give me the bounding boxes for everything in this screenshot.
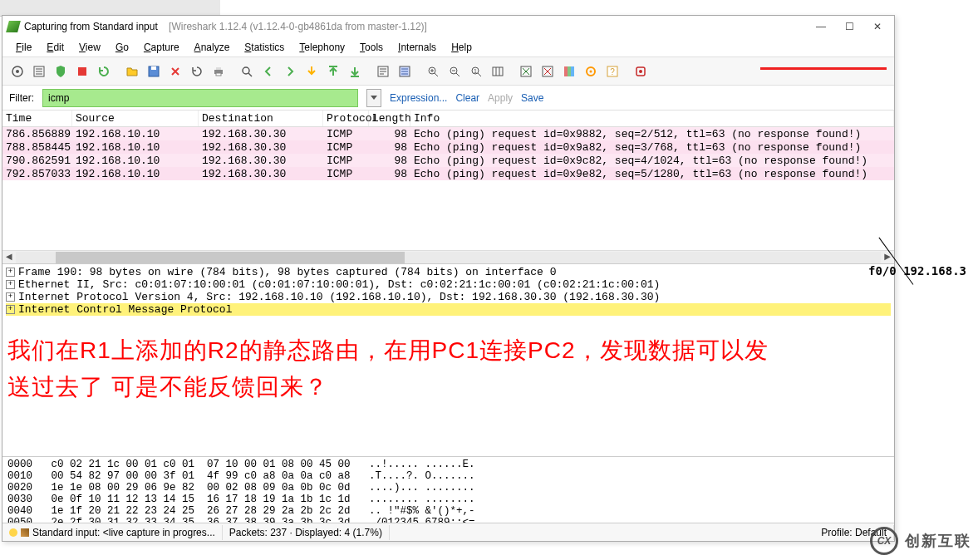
cell-length: 98 (369, 141, 410, 154)
filter-expression-link[interactable]: Expression... (390, 92, 447, 104)
expand-icon[interactable]: + (6, 292, 15, 302)
packet-row[interactable]: 788.858445 192.168.10.10 192.168.30.30 I… (2, 140, 894, 154)
cell-length: 98 (369, 155, 410, 167)
svg-rect-16 (493, 67, 503, 76)
window-title: Capturing from Standard input [Wireshark… (24, 21, 809, 32)
go-forward-icon[interactable] (280, 61, 300, 81)
hex-row: 0030 0e 0f 10 11 12 13 14 15 16 17 18 19… (7, 494, 889, 505)
tree-icmp[interactable]: +Internet Control Message Protocol (6, 303, 891, 316)
interfaces-icon[interactable] (7, 61, 27, 81)
restart-capture-icon[interactable] (94, 61, 114, 81)
goto-last-icon[interactable] (345, 61, 365, 81)
svg-rect-8 (216, 73, 221, 76)
col-info-header[interactable]: Info (410, 111, 894, 126)
filter-input[interactable]: icmp (42, 89, 358, 107)
window-controls: — ☐ ✕ (814, 21, 884, 32)
status-packets: Packets: 237 · Displayed: 4 (1.7%) (223, 525, 390, 540)
coloring-rules-icon[interactable] (559, 61, 579, 81)
print-icon[interactable] (209, 61, 229, 81)
col-length-header[interactable]: Length (369, 111, 410, 126)
close-button[interactable]: ✕ (871, 21, 884, 32)
packet-row[interactable]: 790.862591 192.168.10.10 192.168.30.30 I… (2, 154, 894, 167)
capture-led-icon (9, 528, 17, 537)
go-back-icon[interactable] (258, 61, 278, 81)
autoscroll-icon[interactable] (373, 61, 393, 81)
expand-icon[interactable]: + (6, 305, 15, 314)
maximize-button[interactable]: ☐ (843, 21, 856, 32)
preferences-icon[interactable] (581, 61, 601, 81)
reload-icon[interactable] (187, 61, 207, 81)
menu-go[interactable]: Go (109, 40, 135, 55)
cell-info: Echo (ping) request id=0x9c82, seq=4/102… (410, 155, 894, 167)
title-main: Capturing from Standard input (24, 21, 158, 32)
expert-info-icon[interactable] (21, 528, 29, 537)
expand-icon[interactable]: + (6, 280, 15, 289)
menu-telephony[interactable]: Telephony (292, 40, 351, 55)
col-time-header[interactable]: Time (2, 111, 72, 126)
cell-destination: 192.168.30.30 (199, 168, 323, 180)
menu-capture[interactable]: Capture (137, 40, 186, 55)
col-destination-header[interactable]: Destination (199, 111, 323, 126)
help-icon[interactable]: ? (602, 61, 622, 81)
menu-edit[interactable]: Edit (40, 40, 71, 55)
zoom-reset-icon[interactable]: 1 (466, 61, 486, 81)
start-capture-icon[interactable] (51, 61, 71, 81)
packet-list-header: Time Source Destination Protocol Length … (2, 111, 894, 127)
menu-statistics[interactable]: Statistics (238, 40, 291, 55)
expand-icon[interactable]: + (6, 268, 15, 277)
topology-label: f0/0 192.168.3 (868, 264, 966, 278)
packet-list-hscroll[interactable]: ◄ ► (2, 250, 894, 263)
menu-file[interactable]: File (9, 40, 38, 55)
colorize-icon[interactable] (395, 61, 415, 81)
find-icon[interactable] (237, 61, 257, 81)
scroll-thumb[interactable] (56, 252, 405, 263)
watermark: CX 创新互联 (870, 527, 971, 555)
open-file-icon[interactable] (122, 61, 142, 81)
cell-destination: 192.168.30.30 (199, 155, 323, 167)
tree-ip[interactable]: +Internet Protocol Version 4, Src: 192.1… (6, 291, 891, 303)
zoom-in-icon[interactable] (423, 61, 443, 81)
menu-analyze[interactable]: Analyze (188, 40, 237, 55)
menu-view[interactable]: View (72, 40, 107, 55)
svg-point-23 (590, 70, 592, 72)
goto-packet-icon[interactable] (302, 61, 322, 81)
capture-filters-icon[interactable] (516, 61, 536, 81)
tree-frame[interactable]: +Frame 190: 98 bytes on wire (784 bits),… (6, 266, 891, 278)
scroll-left-icon[interactable]: ◄ (2, 251, 16, 263)
packet-bytes-pane[interactable]: 0000 c0 02 21 1c 00 01 c0 01 07 10 00 01… (2, 456, 894, 523)
tree-label: Ethernet II, Src: c0:01:07:10:00:01 (c0:… (18, 278, 660, 291)
cell-source: 192.168.10.10 (72, 155, 199, 167)
display-filters-icon[interactable] (538, 61, 558, 81)
cell-info: Echo (ping) request id=0x9a82, seq=3/768… (410, 141, 894, 154)
cell-length: 98 (369, 168, 410, 180)
col-protocol-header[interactable]: Protocol (323, 111, 369, 126)
col-source-header[interactable]: Source (72, 111, 199, 126)
zoom-out-icon[interactable] (445, 61, 464, 81)
packet-row[interactable]: 792.857033 192.168.10.10 192.168.30.30 I… (2, 167, 894, 180)
minimize-button[interactable]: — (814, 21, 828, 32)
close-file-icon[interactable] (165, 61, 185, 81)
background-tab-strip (0, 0, 220, 17)
hex-row: 0020 1e 1e 08 00 29 06 9e 82 00 02 08 09… (7, 482, 889, 494)
packet-row[interactable]: 786.856889 192.168.10.10 192.168.30.30 I… (2, 127, 894, 140)
menu-help[interactable]: Help (445, 40, 479, 55)
menu-internals[interactable]: Internals (391, 40, 443, 55)
menu-tools[interactable]: Tools (353, 40, 390, 55)
tree-ethernet[interactable]: +Ethernet II, Src: c0:01:07:10:00:01 (c0… (6, 278, 891, 291)
filter-label: Filter: (9, 92, 34, 104)
tree-label: Internet Control Message Protocol (18, 303, 232, 316)
goto-first-icon[interactable] (323, 61, 343, 81)
stop-capture-icon[interactable] (72, 61, 92, 81)
filter-clear-link[interactable]: Clear (455, 92, 479, 104)
save-file-icon[interactable] (144, 61, 164, 81)
filter-dropdown-icon[interactable] (366, 89, 381, 107)
resize-columns-icon[interactable] (488, 61, 508, 81)
cell-info: Echo (ping) request id=0x9882, seq=2/512… (410, 128, 894, 140)
wireshark-window: Capturing from Standard input [Wireshark… (2, 15, 895, 542)
filter-apply-link[interactable]: Apply (488, 92, 513, 104)
filter-save-link[interactable]: Save (521, 92, 543, 104)
scroll-track[interactable] (16, 252, 881, 263)
menubar: File Edit View Go Capture Analyze Statis… (2, 37, 894, 57)
options-icon[interactable] (29, 61, 49, 81)
wireless-icon[interactable] (631, 61, 651, 81)
